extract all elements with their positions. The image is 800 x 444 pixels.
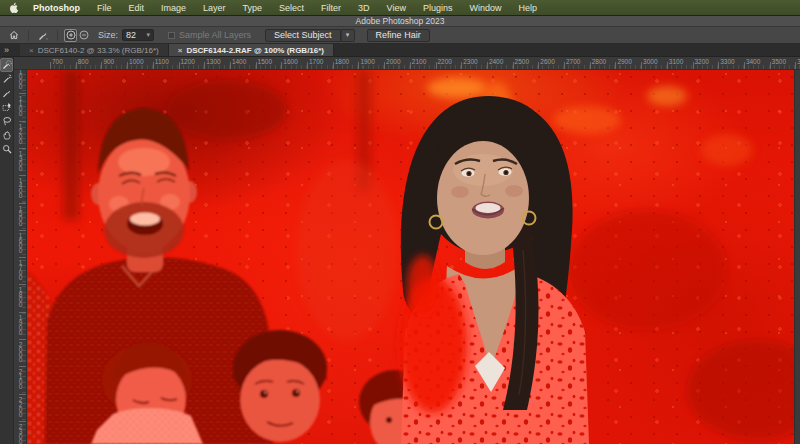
ruler-number: 2300: [16, 423, 24, 443]
ruler-tick: [281, 62, 282, 69]
ruler-tick: [19, 230, 26, 231]
ruler-tick: [19, 203, 26, 204]
ruler-tick: [615, 62, 616, 69]
ruler-tick: [19, 421, 26, 422]
ruler-number: 3400: [746, 58, 760, 65]
ruler-number: 3000: [643, 58, 657, 65]
quick-selection-tool[interactable]: [0, 58, 13, 72]
ruler-number: 1600: [16, 232, 24, 252]
ruler-tick: [487, 62, 488, 69]
brush-tool[interactable]: [0, 86, 13, 100]
options-bar: Size: 82 ▾ Sample All Layers Select Subj…: [0, 27, 800, 44]
menu-type[interactable]: Type: [243, 3, 263, 13]
menu-3d[interactable]: 3D: [358, 3, 370, 13]
ruler-number: 2200: [438, 58, 452, 65]
ruler-tick: [101, 62, 102, 69]
ruler-number: 3500: [772, 58, 786, 65]
ruler-number: 1900: [360, 58, 374, 65]
ruler-number: 2500: [515, 58, 529, 65]
ruler-number: 3300: [720, 58, 734, 65]
workspace: 7008009001000110012001300140015001600170…: [0, 57, 800, 444]
ruler-number: 700: [52, 58, 63, 65]
select-subject-button[interactable]: Select Subject: [265, 29, 341, 42]
menu-window[interactable]: Window: [470, 3, 502, 13]
chevron-down-icon: ▾: [147, 31, 151, 39]
ruler-number: 2600: [540, 58, 554, 65]
ruler-number: 1800: [16, 286, 24, 306]
brush-size-dropdown[interactable]: 82 ▾: [122, 29, 154, 41]
menu-photoshop[interactable]: Photoshop: [33, 3, 80, 13]
menu-filter[interactable]: Filter: [321, 3, 341, 13]
select-subject-dropdown-button[interactable]: ▾: [341, 29, 355, 42]
apple-logo-icon[interactable]: [10, 2, 19, 13]
ruler-number: 1900: [16, 314, 24, 334]
ruler-tick: [333, 62, 334, 69]
menu-edit[interactable]: Edit: [129, 3, 145, 13]
ruler-tick: [718, 62, 719, 69]
hand-tool[interactable]: [0, 128, 13, 142]
menu-plugins[interactable]: Plugins: [423, 3, 453, 13]
ruler-tick: [127, 62, 128, 69]
photo-scene: [27, 70, 794, 444]
menu-help[interactable]: Help: [519, 3, 538, 13]
ruler-number: 1000: [16, 70, 24, 88]
zoom-tool[interactable]: [0, 142, 13, 156]
brush-preset-icon[interactable]: [35, 29, 51, 42]
object-selection-tool[interactable]: [0, 100, 13, 114]
refine-edge-brush-tool[interactable]: [0, 72, 13, 86]
horizontal-ruler: 7008009001000110012001300140015001600170…: [14, 57, 800, 70]
ruler-number: 1700: [16, 259, 24, 279]
ruler-tick: [307, 62, 308, 69]
ruler-number: 2000: [386, 58, 400, 65]
menu-image[interactable]: Image: [161, 3, 186, 13]
tab-label: DSCF6144-2.RAF @ 100% (RGB/16*): [186, 46, 324, 55]
add-to-selection-button[interactable]: [64, 29, 77, 42]
ruler-tick: [538, 62, 539, 69]
ruler-tick: [410, 62, 411, 69]
ruler-tick: [590, 62, 591, 69]
ruler-number: 2000: [16, 341, 24, 361]
menu-file[interactable]: File: [97, 3, 112, 13]
ruler-minor-ticks: [50, 65, 800, 69]
brush-size-value: 82: [126, 30, 136, 40]
document-canvas[interactable]: [27, 70, 794, 444]
select-subject-label: Select Subject: [274, 30, 332, 40]
ruler-number: 1000: [129, 58, 143, 65]
ruler-tick: [19, 339, 26, 340]
ruler-tick: [770, 62, 771, 69]
subtract-from-selection-button[interactable]: [77, 29, 90, 42]
sample-all-layers-checkbox[interactable]: Sample All Layers: [168, 30, 251, 40]
ruler-tick: [19, 121, 26, 122]
ruler-number: 1300: [206, 58, 220, 65]
menu-layer[interactable]: Layer: [203, 3, 226, 13]
ruler-number: 2400: [489, 58, 503, 65]
menu-select[interactable]: Select: [279, 3, 304, 13]
close-icon[interactable]: ×: [178, 46, 183, 55]
tab-label: DSCF6140-2 @ 33.3% (RGB/16*): [38, 46, 159, 55]
ruler-number: 1200: [181, 58, 195, 65]
tool-column: [0, 57, 14, 444]
vertical-ruler: 1000110012001300140015001600170018001900…: [14, 70, 27, 444]
refine-hair-button[interactable]: Refine Hair: [367, 29, 430, 42]
tab-dscf6140[interactable]: × DSCF6140-2 @ 33.3% (RGB/16*): [20, 44, 169, 56]
menu-view[interactable]: View: [387, 3, 406, 13]
tab-dscf6144[interactable]: × DSCF6144-2.RAF @ 100% (RGB/16*): [169, 44, 334, 56]
ruler-number: 1200: [16, 123, 24, 143]
document-tab-bar: » × DSCF6140-2 @ 33.3% (RGB/16*) × DSCF6…: [0, 44, 800, 57]
refine-hair-label: Refine Hair: [376, 30, 421, 40]
ruler-number: 2100: [16, 368, 24, 388]
panel-edge-strip: [794, 70, 800, 444]
ruler-number: 2200: [16, 396, 24, 416]
ruler-number: 2900: [617, 58, 631, 65]
ruler-tick: [204, 62, 205, 69]
ruler-tick: [19, 175, 26, 176]
ruler-number: 1800: [335, 58, 349, 65]
ruler-tick: [19, 284, 26, 285]
tab-overflow-icon[interactable]: »: [0, 44, 20, 56]
ruler-tick: [256, 62, 257, 69]
ruler-number: 1500: [258, 58, 272, 65]
lasso-tool[interactable]: [0, 114, 13, 128]
ruler-tick: [513, 62, 514, 69]
close-icon[interactable]: ×: [29, 46, 34, 55]
home-icon[interactable]: [6, 29, 22, 42]
